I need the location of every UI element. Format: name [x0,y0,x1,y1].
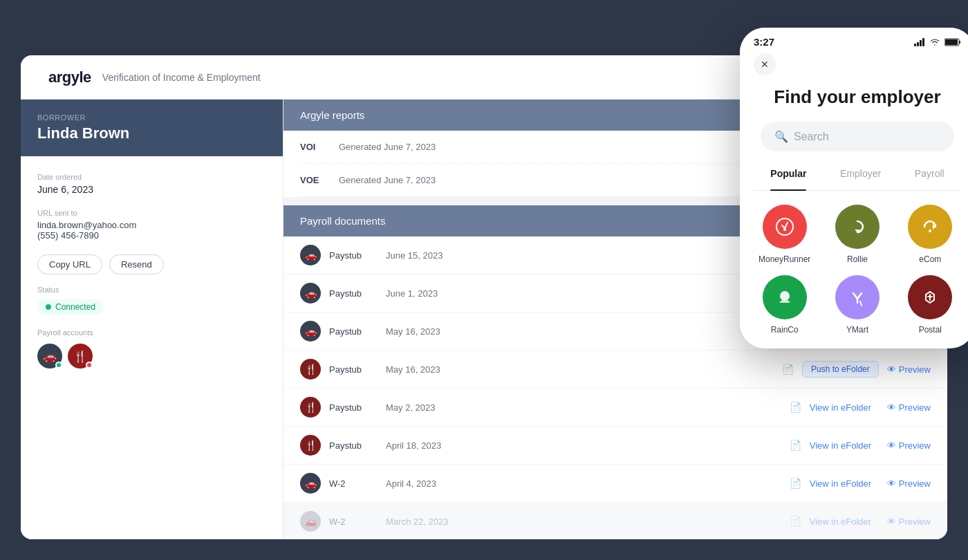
doc-file-5: 📄 [790,402,801,413]
left-panel: Borrower Linda Brown Date ordered June 6… [21,100,283,539]
view-efolder-doc-6[interactable]: View in eFolder [810,440,879,451]
employer-grid: MoneyRunner Rollie [754,205,961,335]
status-dot [46,304,51,310]
svg-rect-0 [914,44,916,46]
wifi-icon [929,38,940,46]
doc-type-4: Paystub [329,364,378,375]
svg-rect-1 [917,42,919,46]
payroll-icons: 🚗 🍴 [37,344,266,368]
payroll-accounts-label: Payroll accounts [37,328,266,337]
mobile-title: Find your employer [754,86,961,108]
employer-rollie[interactable]: Rollie [826,205,888,264]
mobile-content: ✕ Find your employer 🔍 Search Popular Em… [740,53,968,348]
doc-type-1: Paystub [329,250,378,261]
status-text: Connected [55,302,95,312]
employer-name-moneyrunner: MoneyRunner [758,254,810,264]
status-label: Status [37,286,266,294]
doc-icon-5: 🍴 [300,397,321,418]
doc-date-1: June 15, 2023 [386,250,774,261]
eye-icon-8: 👁 [887,516,896,527]
borrower-label: Borrower [37,113,266,122]
employer-postal[interactable]: Postal [900,275,961,335]
employer-logo-ecom [908,205,952,249]
svg-point-9 [929,230,931,232]
employer-logo-rainco [763,275,807,319]
eye-icon-5: 👁 [887,402,896,413]
mobile-search-placeholder: Search [794,131,829,143]
preview-doc-8[interactable]: 👁 Preview [887,516,931,527]
date-ordered-group: Date ordered June 6, 2023 [37,173,266,195]
signal-icon [914,38,925,46]
mobile-search-bar[interactable]: 🔍 Search [761,122,954,151]
date-ordered-value: June 6, 2023 [37,184,266,195]
view-efolder-doc-7[interactable]: View in eFolder [810,478,879,489]
status-badge: Connected [37,299,104,315]
mobile-overlay: 3:27 ✕ Find your employer [740,28,968,348]
tab-popular[interactable]: Popular [770,168,806,185]
date-ordered-label: Date ordered [37,173,266,181]
employer-rainco[interactable]: RainCo [754,275,815,335]
preview-doc-4[interactable]: 👁 Preview [887,364,931,375]
borrower-header: Borrower Linda Brown [21,100,283,156]
eye-icon-6: 👁 [887,440,896,451]
copy-url-button[interactable]: Copy URL [37,254,102,274]
employer-ymart[interactable]: YMart [826,275,888,335]
view-efolder-doc-8[interactable]: View in eFolder [810,516,879,527]
doc-row-8: 🚗 W-2 March 22, 2023 📄 View in eFolder 👁… [283,503,947,539]
left-panel-body: Date ordered June 6, 2023 URL sent to li… [21,156,283,385]
employer-moneyrunner[interactable]: MoneyRunner [754,205,815,264]
doc-file-7: 📄 [790,478,801,489]
eye-icon-7: 👁 [887,478,896,489]
battery-icon [944,38,961,46]
status-section: Status Connected [37,286,266,315]
tab-payroll[interactable]: Payroll [915,168,944,185]
svg-rect-12 [779,301,790,303]
employer-name-rainco: RainCo [771,325,799,335]
doc-icon-2: 🚗 [300,283,321,304]
payroll-status-2 [86,362,93,368]
mobile-status-icons [914,38,961,46]
mobile-close-button[interactable]: ✕ [754,53,776,75]
doc-file-6: 📄 [790,440,801,451]
doc-type-5: Paystub [329,402,378,413]
employer-name-ecom: eCom [919,254,941,264]
preview-doc-7[interactable]: 👁 Preview [887,478,931,489]
doc-type-8: W-2 [329,516,378,527]
employer-ecom[interactable]: eCom [900,205,961,264]
eye-icon-4: 👁 [887,364,896,375]
doc-file-8: 📄 [790,516,801,527]
doc-icon-7: 🚗 [300,473,321,494]
doc-icon-4: 🍴 [300,359,321,380]
preview-doc-6[interactable]: 👁 Preview [887,440,931,451]
employer-name-rollie: Rollie [847,254,868,264]
mobile-status-bar: 3:27 [740,28,968,53]
employer-logo-moneyrunner [763,205,807,249]
doc-row-7: 🚗 W-2 April 4, 2023 📄 View in eFolder 👁 … [283,465,947,503]
doc-row-4: 🍴 Paystub May 16, 2023 📄 Push to eFolder… [283,351,947,389]
push-efolder-4[interactable]: Push to eFolder [802,361,879,377]
svg-point-8 [783,228,786,231]
mobile-tabs: Popular Employer Payroll [754,168,961,191]
resend-button[interactable]: Resend [109,254,164,274]
tab-employer[interactable]: Employer [840,168,881,185]
doc-date-8: March 22, 2023 [386,516,781,527]
svg-rect-2 [920,40,922,46]
doc-icon-8: 🚗 [300,511,321,532]
svg-rect-6 [945,39,958,45]
doc-type-3: Paystub [329,326,378,337]
borrower-email: linda.brown@yahoo.com [37,220,266,230]
payroll-accounts-section: Payroll accounts 🚗 🍴 [37,328,266,368]
doc-date-4: May 16, 2023 [386,364,774,375]
borrower-name: Linda Brown [37,124,266,142]
report-type-voe: VOE [300,175,328,185]
doc-type-6: Paystub [329,440,378,451]
view-efolder-doc-5[interactable]: View in eFolder [810,402,879,413]
preview-doc-5[interactable]: 👁 Preview [887,402,931,413]
doc-icon-3: 🚗 [300,321,321,342]
payroll-docs-title: Payroll documents [300,215,385,227]
action-buttons: Copy URL Resend [37,254,266,274]
doc-date-5: May 2, 2023 [386,402,781,413]
borrower-phone: (555) 456-7890 [37,230,266,241]
doc-type-2: Paystub [329,288,378,299]
mobile-time: 3:27 [754,36,774,48]
